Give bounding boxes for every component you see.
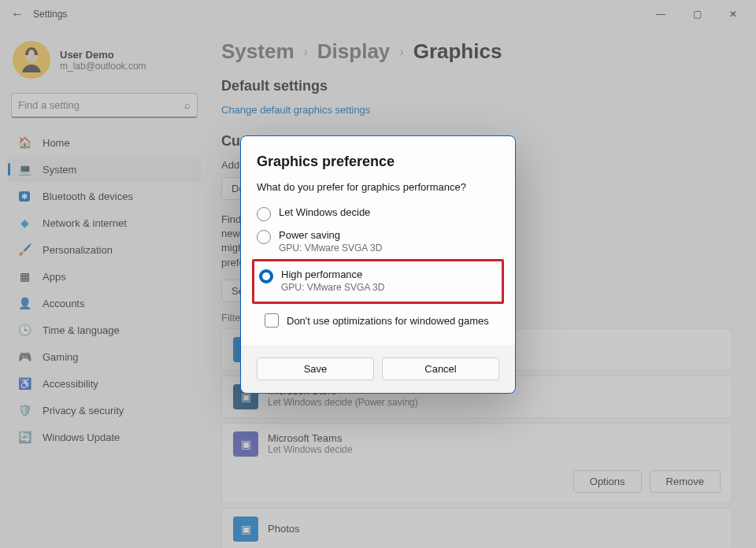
cancel-button[interactable]: Cancel [382, 357, 499, 380]
radio-icon-checked [259, 269, 273, 283]
dialog-question: What do you prefer for graphics performa… [257, 181, 499, 193]
graphics-preference-dialog: Graphics preference What do you prefer f… [240, 135, 516, 394]
radio-high-performance-highlighted: High performance GPU: VMware SVGA 3D [252, 259, 504, 304]
save-button[interactable]: Save [257, 357, 374, 380]
checkbox-icon [265, 313, 279, 328]
radio-power-saving[interactable]: Power saving GPU: VMware SVGA 3D [257, 225, 499, 257]
checkbox-windowed-optimizations[interactable]: Don't use optimizations for windowed gam… [265, 313, 499, 328]
radio-icon [257, 207, 271, 221]
radio-let-windows-decide[interactable]: Let Windows decide [257, 202, 499, 225]
radio-high-performance[interactable]: High performance GPU: VMware SVGA 3D [259, 265, 497, 297]
modal-overlay: Graphics preference What do you prefer f… [0, 0, 756, 548]
dialog-title: Graphics preference [257, 154, 499, 170]
radio-icon [257, 230, 271, 244]
